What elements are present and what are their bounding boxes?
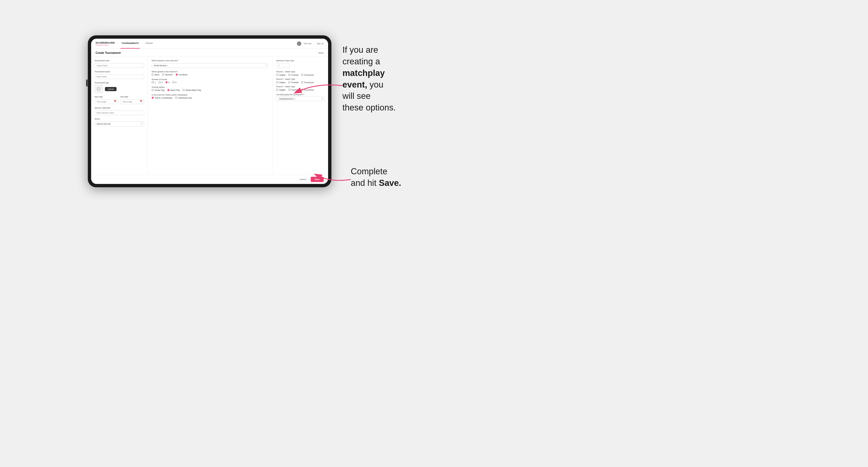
- scoring-system-radio-group: Stroke Play Match Play Medal Match Play: [152, 89, 269, 91]
- round2-match-label: Round 2 - Match Type: [276, 78, 325, 80]
- tournament-host-field: Tournament Host: [94, 60, 144, 68]
- event-type-label: Is this event for Teams and/or Individua…: [152, 94, 269, 96]
- bottom-annotation: Complete and hit Save.: [351, 166, 450, 189]
- tournament-host-input[interactable]: [94, 63, 144, 68]
- venue-label: Venue: [94, 118, 144, 120]
- round1-fourball[interactable]: Fourball: [288, 74, 298, 76]
- round3-foursomes[interactable]: Foursomes: [301, 89, 314, 91]
- calendar-icon: 📅: [114, 100, 117, 103]
- svg-rect-0: [97, 88, 100, 91]
- form-mid-column: Which division is the event for? NCAA Di…: [148, 57, 273, 175]
- round-3[interactable]: 3: [165, 81, 169, 84]
- page-title: Create Tournament: [96, 51, 121, 54]
- division-field: Which division is the event for? NCAA Di…: [152, 60, 269, 68]
- tournament-logo-label: Tournament logo: [94, 82, 144, 84]
- division-select[interactable]: NCAA Division I: [152, 63, 269, 68]
- form-left-column: Tournament Host Tournament name Tourname…: [91, 57, 148, 175]
- round1-singles[interactable]: Singles: [276, 74, 285, 76]
- cancel-button[interactable]: Cancel: [297, 177, 308, 182]
- scoring-system-field: Scoring system Stroke Play Match Play: [152, 86, 269, 91]
- nav-tournaments[interactable]: TOURNAMENTS: [120, 39, 140, 49]
- form-footer: Cancel Save: [91, 175, 328, 184]
- round1-match-section: Round 1 - Match Type Singles Fourball: [276, 71, 325, 76]
- round1-foursomes[interactable]: Foursomes: [301, 74, 314, 76]
- third-party-api-field: Use third-party live scoring API? Leader…: [276, 94, 325, 101]
- division-label: Which division is the event for?: [152, 60, 269, 62]
- save-button[interactable]: Save: [311, 177, 324, 182]
- date-fields: Start date 📅 End date 📅: [94, 96, 144, 104]
- end-date-label: End date: [120, 96, 144, 98]
- gender-combined[interactable]: Combined: [176, 73, 188, 76]
- round3-fourball[interactable]: Fourball: [288, 89, 298, 91]
- right-annotation-text: If you are creating a matchplay event, y…: [342, 44, 436, 114]
- rounds-label: Number of rounds: [152, 79, 269, 81]
- round2-match-section: Round 2 - Match Type Singles Fourball: [276, 78, 325, 84]
- tournament-name-label: Tournament name: [94, 71, 144, 73]
- right-annotation: If you are creating a matchplay event, y…: [342, 44, 436, 114]
- sponsor-field: Sponsor (optional): [94, 107, 144, 115]
- round-2[interactable]: 2: [158, 81, 163, 84]
- start-date-label: Start date: [94, 96, 118, 98]
- sponsor-label: Sponsor (optional): [94, 107, 144, 109]
- app-logo: SCOREBOARD: [96, 41, 115, 44]
- sponsor-input[interactable]: [94, 111, 144, 115]
- tournament-name-field: Tournament name: [94, 71, 144, 79]
- event-individuals[interactable]: Individuals Only: [175, 97, 192, 99]
- round2-singles[interactable]: Singles: [276, 81, 285, 84]
- scoring-medal-match-play[interactable]: Medal Match Play: [183, 89, 201, 91]
- scoring-match-play[interactable]: Match Play: [167, 89, 180, 91]
- tournament-name-input[interactable]: [94, 74, 144, 79]
- api-tag: Leaderboard King ✕: [278, 97, 296, 100]
- round2-foursomes[interactable]: Foursomes: [301, 81, 314, 84]
- tournament-host-label: Tournament Host: [94, 60, 144, 62]
- start-date-field: Start date 📅: [94, 96, 118, 104]
- gender-mens[interactable]: Mens: [152, 73, 159, 76]
- max-team-size-label: Maximum Team Size: [276, 60, 325, 62]
- gender-womens[interactable]: Womens: [162, 73, 173, 76]
- end-date-field: End date 📅: [120, 96, 144, 104]
- scoring-stroke-play[interactable]: Stroke Play: [152, 89, 164, 91]
- api-dropdown-icon: ▾: [322, 97, 323, 100]
- remove-api-tag[interactable]: ✕: [293, 98, 295, 100]
- nav-teams[interactable]: TEAMS: [144, 39, 154, 49]
- max-team-size-input[interactable]: [276, 63, 290, 68]
- max-team-size-field: Maximum Team Size: [276, 60, 325, 68]
- logo-subtitle: Powered by clippit: [96, 44, 115, 46]
- event-type-field: Is this event for Teams and/or Individua…: [152, 94, 269, 99]
- api-select[interactable]: Leaderboard King ✕ ▾: [276, 96, 325, 101]
- back-button[interactable]: ‹ Back: [317, 52, 324, 54]
- round3-match-label: Round 3 - Match Type: [276, 86, 325, 88]
- round3-match-section: Round 3 - Match Type Singles Fourball: [276, 86, 325, 91]
- round2-fourball[interactable]: Fourball: [288, 81, 298, 84]
- logo-area: SCOREBOARD Powered by clippit: [96, 41, 115, 46]
- gender-label: Which gender is the event for?: [152, 71, 269, 73]
- round1-match-options: Singles Fourball Foursomes: [276, 74, 325, 76]
- event-teams[interactable]: Teams (+Individuals): [152, 97, 172, 99]
- navbar: SCOREBOARD Powered by clippit TOURNAMENT…: [91, 39, 328, 49]
- upload-button[interactable]: Upload: [105, 87, 117, 91]
- sign-out-link[interactable]: Sign out: [316, 42, 324, 44]
- round-1[interactable]: 1: [152, 81, 156, 84]
- round3-singles[interactable]: Singles: [276, 89, 285, 91]
- venue-field: Venue Search golf club: [94, 118, 144, 126]
- avatar: [297, 41, 301, 46]
- user-name: Test User: [304, 42, 312, 44]
- tournament-logo-field: Tournament logo Upload: [94, 82, 144, 93]
- round-4[interactable]: 4: [172, 81, 177, 84]
- form-header: Create Tournament ‹ Back: [91, 49, 328, 57]
- round2-match-options: Singles Fourball Foursomes: [276, 81, 325, 84]
- form-right-column: Maximum Team Size Round 1 - Match Type S…: [273, 57, 328, 175]
- gender-radio-group: Mens Womens Combined: [152, 73, 269, 76]
- third-party-api-label: Use third-party live scoring API?: [276, 94, 325, 96]
- round1-match-label: Round 1 - Match Type: [276, 71, 325, 73]
- bottom-annotation-text: Complete and hit Save.: [351, 166, 450, 189]
- calendar-icon-2: 📅: [140, 100, 143, 103]
- nav-items: TOURNAMENTS TEAMS: [120, 39, 297, 49]
- round3-match-options: Singles Fourball Foursomes: [276, 89, 325, 91]
- rounds-radio-group: 1 2 3 4: [152, 81, 269, 84]
- gender-field: Which gender is the event for? Mens Wome…: [152, 71, 269, 76]
- nav-right: Test User | Sign out: [297, 41, 324, 46]
- venue-select[interactable]: Search golf club: [94, 122, 144, 126]
- logo-placeholder: [94, 85, 103, 93]
- rounds-field: Number of rounds 1 2 3: [152, 79, 269, 84]
